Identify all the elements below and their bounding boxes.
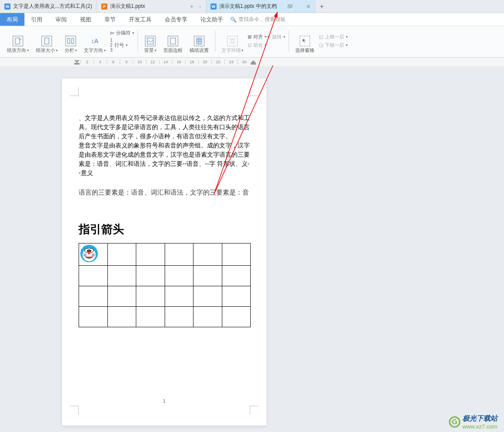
table-row[interactable]	[79, 243, 251, 266]
separator-button[interactable]: ⊨分隔符▾	[110, 30, 134, 36]
watermark-text: 极光下载站	[463, 414, 497, 423]
menu-view[interactable]: 视图	[73, 13, 98, 26]
text-direction-button[interactable]: ↕A 文字方向▾	[81, 27, 108, 55]
chevron-down-icon: ▾	[346, 43, 348, 47]
align-button[interactable]: ⊞对齐▾	[248, 34, 266, 40]
chevron-down-icon: ▾	[75, 48, 77, 52]
paragraph[interactable]: 、文字是人类用表义符号记录表达信息以传之，久远的方式和工具。现代文字多是记录语言…	[79, 113, 250, 141]
table-row[interactable]	[79, 307, 251, 327]
svg-rect-17	[74, 63, 79, 65]
table-row[interactable]	[79, 266, 251, 286]
chevron-down-icon: ▾	[155, 48, 156, 52]
layer-down-icon: ◲	[319, 42, 323, 48]
draft-icon	[194, 36, 204, 46]
tab-document-1[interactable]: W 文字是人类用表义...方式和工具(2)	[0, 0, 97, 13]
table-cell[interactable]	[222, 243, 251, 266]
word-icon: W	[211, 3, 217, 10]
svg-point-25	[90, 250, 91, 252]
paragraph[interactable]: 语言的三要素是：语音、词汇和语法，文字的三要素是：音	[79, 185, 250, 200]
paragraph[interactable]: 意音文字是由表义的象形符号和表音的声旁组。成的文字，汉字是由表形文字进化成的意音…	[79, 141, 250, 178]
svg-point-24	[87, 250, 89, 252]
menu-dev-tools[interactable]: 开发工具	[122, 13, 158, 26]
rotate-icon: ⟲	[266, 34, 270, 40]
svg-rect-7	[170, 38, 176, 44]
table-cell[interactable]	[193, 243, 222, 266]
separator-group: ⊨分隔符▾ 123行号▾	[110, 27, 134, 55]
tab-label: 文字是人类用表义...方式和工具(2)	[13, 3, 92, 10]
chevron-down-icon: ▾	[126, 43, 128, 47]
right-indent-marker-icon[interactable]	[251, 58, 256, 65]
page-size-button[interactable]: 纸张大小▾	[33, 27, 60, 55]
menu-sections[interactable]: 章节	[98, 13, 122, 26]
columns-button[interactable]: 分栏▾	[62, 27, 79, 55]
line-number-button[interactable]: 123行号▾	[110, 38, 134, 52]
document-table[interactable]	[79, 243, 251, 327]
ruler-tick: 8	[120, 60, 133, 64]
svg-point-26	[88, 252, 90, 254]
selection-pane-button[interactable]: 选择窗格	[293, 27, 317, 55]
detach-icon[interactable]	[287, 4, 293, 9]
ruler-tick: 22	[211, 60, 224, 64]
crop-mark-icon	[250, 87, 259, 96]
indent-marker-icon[interactable]	[74, 58, 79, 65]
background-icon	[145, 36, 155, 46]
menu-review[interactable]: 审阅	[49, 13, 73, 26]
table-row[interactable]	[79, 286, 251, 307]
tab-document-2[interactable]: P 演示文稿1.pptx ▫	[97, 0, 206, 13]
page-border-icon	[168, 36, 178, 46]
menu-references[interactable]: 引用	[24, 13, 49, 26]
svg-rect-1	[289, 4, 292, 7]
doraemon-image	[80, 244, 98, 263]
table-cell[interactable]	[107, 243, 136, 266]
ruler[interactable]: 2 4 6 8 10 12 14 16 18 20 22 24 26	[0, 58, 504, 66]
ruler-tick: 2	[80, 60, 93, 64]
orientation-icon	[13, 36, 23, 46]
chevron-down-icon: ▾	[27, 48, 29, 52]
columns-icon	[66, 36, 76, 46]
table-cell[interactable]	[165, 243, 193, 266]
page-border-button[interactable]: 页面边框	[161, 27, 185, 55]
ruler-tick: 14	[159, 60, 172, 64]
group-icon: ⊡	[248, 42, 252, 48]
menu-layout[interactable]: 布局	[0, 13, 24, 26]
heading[interactable]: 指引箭头	[79, 222, 250, 237]
table-cell[interactable]	[136, 243, 165, 266]
page-number: 1	[163, 398, 166, 404]
watermark-logo-icon: G	[448, 415, 462, 429]
separator	[215, 30, 215, 52]
svg-marker-16	[74, 60, 79, 63]
new-tab-button[interactable]: +	[315, 0, 328, 13]
ruler-tick: 16	[172, 60, 185, 64]
search-icon: 🔍	[230, 17, 237, 23]
move-up-button[interactable]: ◱上移一层▾	[319, 34, 348, 40]
tab-document-3[interactable]: W 演示文稿1.pptx 中的文档 ✕	[206, 0, 315, 13]
document-viewport[interactable]: 、文字是人类用表义符号记录表达信息以传之，久远的方式和工具。现代文字多是记录语言…	[0, 66, 504, 432]
text-wrap-button[interactable]: 文字环绕▾	[219, 27, 246, 55]
background-button[interactable]: 背景▾	[142, 27, 159, 55]
crop-mark-icon	[70, 406, 79, 415]
selection-icon	[300, 36, 310, 46]
table-cell[interactable]	[79, 243, 108, 266]
word-icon: W	[4, 3, 10, 10]
menu-member[interactable]: 会员专享	[158, 13, 194, 26]
move-down-button[interactable]: ◲下移一层▾	[319, 42, 348, 48]
search-placeholder: 查找命令、搜索模板	[238, 16, 286, 23]
search-box[interactable]: 🔍 查找命令、搜索模板	[230, 16, 286, 23]
tab-dropdown-icon[interactable]: ▫	[199, 3, 201, 10]
group-button[interactable]: ⊡组合▾	[248, 42, 266, 48]
menu-thesis[interactable]: 论文助手	[194, 13, 230, 26]
ribbon: 纸张方向▾ 纸张大小▾ 分栏▾ ↕A 文字方向▾ ⊨分隔符▾ 123行号▾ 背景…	[0, 26, 504, 58]
ruler-tick: 6	[107, 60, 120, 64]
page-size-icon	[41, 36, 52, 46]
tab-label: 演示文稿1.pptx 中的文档	[219, 3, 277, 10]
rotate-button[interactable]: ⟲旋转▾	[266, 34, 285, 40]
page-orientation-button[interactable]: 纸张方向▾	[4, 27, 31, 55]
ruler-tick: 20	[198, 60, 211, 64]
page[interactable]: 、文字是人类用表义符号记录表达信息以传之，久远的方式和工具。现代文字多是记录语言…	[62, 79, 266, 425]
layer-group: ◱上移一层▾ ◲下移一层▾	[319, 27, 348, 55]
draft-setup-button[interactable]: 稿纸设置	[187, 27, 211, 55]
svg-marker-18	[251, 60, 256, 63]
close-icon[interactable]: ✕	[306, 3, 311, 10]
menu-bar: 布局 引用 审阅 视图 章节 开发工具 会员专享 论文助手 🔍 查找命令、搜索模…	[0, 13, 504, 26]
tab-label: 演示文稿1.pptx	[110, 3, 145, 10]
